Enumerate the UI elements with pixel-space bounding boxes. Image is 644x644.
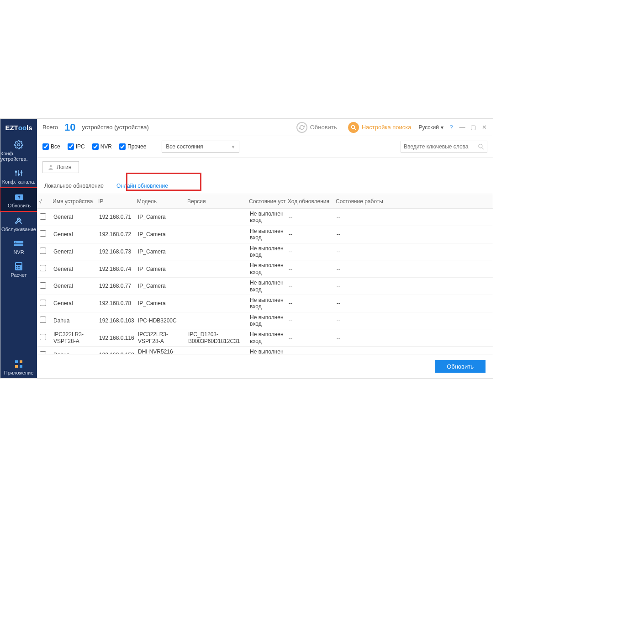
sidebar-item-channel-config[interactable]: Конф. канала. (0, 164, 37, 187)
cell-version (187, 301, 249, 305)
row-checkbox[interactable] (39, 280, 53, 292)
table-row[interactable]: General 192.168.0.74 IP_Camera Не выполн… (37, 260, 493, 278)
total-label: Всего (42, 124, 58, 131)
sidebar-item-maintenance[interactable]: Обслуживание (0, 212, 37, 235)
sliders-icon (12, 168, 25, 178)
col-ip[interactable]: IP (98, 198, 137, 205)
cell-progress: -- (288, 316, 336, 326)
cell-ip: 192.168.0.77 (98, 281, 137, 291)
cell-ip: 192.168.0.73 (98, 247, 137, 257)
login-row: Логин (37, 158, 493, 177)
col-device-name[interactable]: Имя устройства (53, 198, 98, 205)
filter-nvr[interactable]: NVR (92, 143, 112, 150)
sidebar-item-calc[interactable]: Расчет (0, 258, 37, 280)
sidebar-item-nvr[interactable]: NVR (0, 235, 37, 258)
cell-progress: -- (288, 333, 336, 343)
search-input[interactable] (404, 143, 478, 150)
row-checkbox[interactable] (39, 211, 53, 223)
row-checkbox[interactable] (39, 315, 53, 326)
svg-point-21 (351, 125, 354, 128)
update-button[interactable]: Обновить (435, 360, 486, 373)
cell-device-state: Не выполнен вход (249, 260, 288, 277)
user-icon (48, 164, 54, 170)
total-suffix: устройство (устройства) (82, 124, 149, 131)
cell-work-state: -- (336, 212, 386, 222)
calc-icon (12, 261, 25, 271)
cell-device-state: Не выполнен вход (249, 209, 288, 226)
cell-version (187, 267, 249, 271)
col-update-progress[interactable]: Ход обновления (288, 198, 336, 205)
header: Всего 10 устройство (устройства) Обновит… (37, 119, 493, 136)
cell-progress: -- (288, 212, 336, 222)
svg-point-10 (16, 242, 16, 243)
cell-model: IP_Camera (137, 247, 187, 257)
cell-version (187, 250, 249, 253)
search-box[interactable] (401, 141, 487, 153)
cell-ip: 192.168.0.116 (98, 333, 137, 343)
login-button[interactable]: Логин (42, 161, 79, 173)
row-checkbox[interactable] (39, 246, 53, 257)
cell-model: IP_Camera (137, 229, 187, 239)
cell-device-state: Не выполнен вход (249, 226, 288, 243)
table-row[interactable]: IPC322LR3-VSPF28-A 192.168.0.116 IPC322L… (37, 329, 493, 347)
sidebar-item-label: Обслуживание (1, 227, 36, 232)
svg-rect-17 (15, 360, 18, 363)
cell-progress: -- (288, 350, 336, 354)
filter-all[interactable]: Все (42, 143, 60, 150)
table-row[interactable]: General 192.168.0.77 IP_Camera Не выполн… (37, 278, 493, 295)
filter-other[interactable]: Прочее (119, 143, 146, 150)
minimize-icon[interactable]: — (459, 124, 465, 131)
table-row[interactable]: Dahua 192.168.0.103 IPC-HDB3200C Не выпо… (37, 312, 493, 330)
cell-progress: -- (288, 298, 336, 308)
tab-online-update[interactable]: Онлайн обновление (115, 180, 170, 194)
sidebar-item-device-config[interactable]: Конф. устройства. (0, 136, 37, 164)
table-row[interactable]: General 192.168.0.71 IP_Camera Не выполн… (37, 209, 493, 226)
svg-rect-16 (18, 268, 20, 269)
svg-point-5 (18, 174, 20, 175)
svg-line-24 (482, 148, 484, 149)
table-row[interactable]: General 192.168.0.73 IP_Camera Не выполн… (37, 243, 493, 261)
cell-device-name: General (53, 281, 98, 291)
table-row[interactable]: General 192.168.0.72 IP_Camera Не выполн… (37, 226, 493, 243)
refresh-icon (296, 122, 307, 133)
refresh-button[interactable]: Обновить (293, 120, 341, 135)
close-icon[interactable]: ✕ (481, 124, 487, 131)
col-work-state[interactable]: Состояние работы (336, 198, 386, 205)
row-checkbox[interactable] (39, 332, 53, 343)
row-checkbox[interactable] (39, 298, 53, 309)
cell-work-state: -- (336, 229, 386, 239)
cell-device-name: Dahua (53, 350, 98, 354)
sidebar-item-label: Приложение (4, 370, 34, 375)
cell-progress: -- (288, 264, 336, 274)
cell-device-state: Не выполнен вход (249, 243, 288, 260)
row-checkbox[interactable] (39, 349, 53, 354)
gear-icon (12, 140, 25, 150)
row-checkbox[interactable] (39, 228, 53, 240)
chevron-down-icon: ▼ (231, 144, 235, 149)
table-row[interactable]: Dahua 192.168.0.150 DHI-NVR5216-4KS2 Не … (37, 347, 493, 354)
language-dropdown[interactable]: Русский ▾ (418, 124, 443, 131)
cell-version (187, 319, 249, 322)
footer: Обновить (37, 354, 493, 378)
tab-local-update[interactable]: Локальное обновление (42, 180, 106, 194)
col-device-state[interactable]: Состояние уст (249, 198, 288, 205)
cell-device-name: General (53, 247, 98, 257)
cell-work-state: -- (336, 333, 386, 343)
search-settings-button[interactable]: Настройка поиска (344, 120, 415, 135)
status-dropdown[interactable]: Все состояния ▼ (162, 141, 239, 153)
cell-device-state: Не выполнен вход (249, 295, 288, 312)
filter-ipc[interactable]: IPC (68, 143, 85, 150)
col-version[interactable]: Версия (187, 198, 249, 205)
col-model[interactable]: Модель (137, 198, 187, 205)
col-checkbox[interactable]: √ (39, 198, 53, 205)
cell-model: IP_Camera (137, 264, 187, 274)
cell-ip: 192.168.0.78 (98, 298, 137, 308)
sidebar-item-update[interactable]: Обновить (0, 187, 38, 212)
nvr-icon (12, 238, 25, 248)
help-icon[interactable]: ? (448, 124, 454, 131)
cell-version (187, 232, 249, 236)
sidebar-item-apps[interactable]: Приложение (0, 355, 37, 378)
table-row[interactable]: General 192.168.0.78 IP_Camera Не выполн… (37, 295, 493, 312)
maximize-icon[interactable]: ▢ (470, 124, 476, 131)
row-checkbox[interactable] (39, 263, 53, 274)
